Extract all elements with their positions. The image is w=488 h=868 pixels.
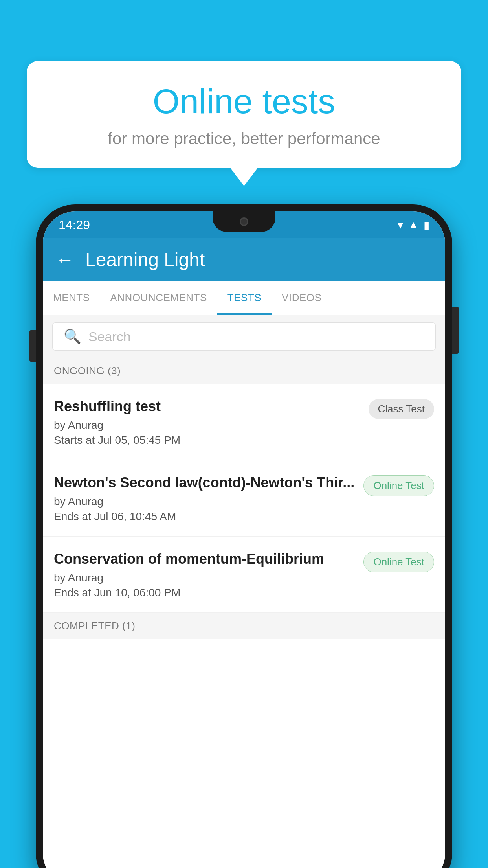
battery-icon: ▮ (424, 219, 429, 232)
promo-title: Online tests (50, 83, 438, 121)
test-info-2: Newton's Second law(contd)-Newton's Thir… (54, 474, 363, 523)
app-title: Learning Light (85, 249, 205, 270)
phone-notch (213, 211, 275, 232)
test-badge-1: Class Test (369, 399, 434, 419)
test-author-3: by Anurag (54, 572, 356, 584)
test-name-3: Conservation of momentum-Equilibrium (54, 550, 356, 568)
search-icon: 🔍 (64, 328, 81, 345)
wifi-icon: ▾ (398, 219, 403, 232)
test-time-3: Ends at Jun 10, 06:00 PM (54, 587, 356, 599)
test-name-2: Newton's Second law(contd)-Newton's Thir… (54, 474, 356, 491)
camera-dot (240, 217, 248, 226)
section-ongoing-header: ONGOING (3) (43, 358, 445, 384)
test-item-2[interactable]: Newton's Second law(contd)-Newton's Thir… (43, 460, 445, 537)
promo-card: Online tests for more practice, better p… (27, 61, 461, 168)
promo-subtitle: for more practice, better performance (50, 129, 438, 148)
phone-mockup: 14:29 ▾ ▲ ▮ ← Learning Light MENTS ANNOU… (36, 204, 452, 868)
search-container: 🔍 Search (43, 315, 445, 358)
tab-ments[interactable]: MENTS (43, 281, 100, 315)
back-button[interactable]: ← (55, 249, 74, 270)
status-icons: ▾ ▲ ▮ (398, 219, 429, 232)
phone-outer: 14:29 ▾ ▲ ▮ ← Learning Light MENTS ANNOU… (36, 204, 452, 868)
signal-icon: ▲ (408, 219, 419, 231)
test-info-1: Reshuffling test by Anurag Starts at Jul… (54, 397, 369, 447)
test-author-2: by Anurag (54, 495, 356, 508)
status-time: 14:29 (59, 218, 90, 232)
test-item-3[interactable]: Conservation of momentum-Equilibrium by … (43, 537, 445, 613)
test-time-1: Starts at Jul 05, 05:45 PM (54, 434, 361, 447)
test-badge-2: Online Test (363, 475, 434, 496)
test-badge-3: Online Test (363, 552, 434, 572)
tab-tests[interactable]: TESTS (217, 281, 272, 315)
search-bar[interactable]: 🔍 Search (52, 322, 436, 351)
tab-videos[interactable]: VIDEOS (272, 281, 332, 315)
search-placeholder: Search (88, 329, 131, 344)
test-info-3: Conservation of momentum-Equilibrium by … (54, 550, 363, 599)
phone-inner: 14:29 ▾ ▲ ▮ ← Learning Light MENTS ANNOU… (43, 211, 445, 868)
tab-announcements[interactable]: ANNOUNCEMENTS (100, 281, 217, 315)
test-author-1: by Anurag (54, 419, 361, 432)
section-completed-header: COMPLETED (1) (43, 613, 445, 639)
tests-list: Reshuffling test by Anurag Starts at Jul… (43, 384, 445, 868)
test-name-1: Reshuffling test (54, 397, 361, 415)
tabs-bar: MENTS ANNOUNCEMENTS TESTS VIDEOS (43, 281, 445, 315)
app-bar: ← Learning Light (43, 238, 445, 281)
test-item-1[interactable]: Reshuffling test by Anurag Starts at Jul… (43, 384, 445, 460)
test-time-2: Ends at Jul 06, 10:45 AM (54, 510, 356, 523)
